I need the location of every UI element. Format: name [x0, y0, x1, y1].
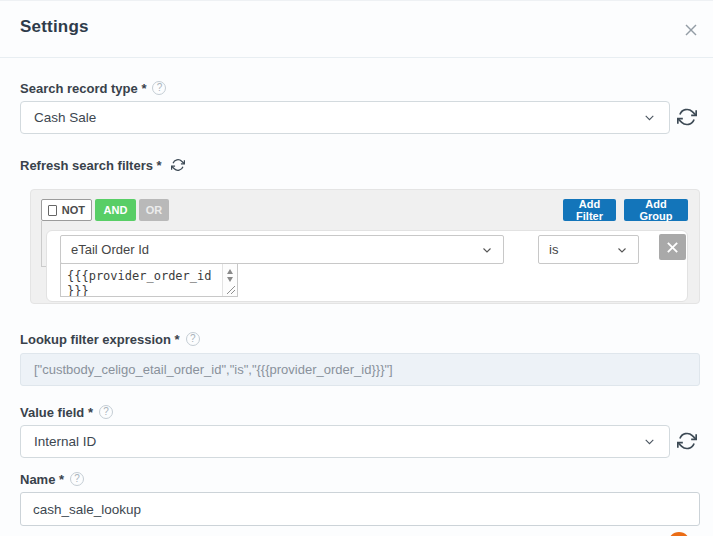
- name-label-text: Name *: [20, 472, 64, 487]
- filter-field-select[interactable]: eTail Order Id: [60, 235, 504, 264]
- chevron-down-icon: [643, 435, 656, 448]
- chevron-down-icon: [643, 111, 656, 124]
- filter-row: eTail Order Id is {{{provider_order_id }…: [46, 230, 688, 302]
- refresh-search-filters-label: Refresh search filters *: [20, 157, 185, 173]
- add-group-button[interactable]: Add Group: [624, 199, 688, 221]
- panel-title: Settings: [20, 17, 89, 37]
- help-icon[interactable]: ?: [70, 472, 84, 486]
- panel-header: Settings: [0, 1, 713, 58]
- not-toggle-button[interactable]: NOT: [41, 199, 92, 221]
- lookup-filter-expression-label: Lookup filter expression * ?: [20, 331, 200, 347]
- filter-operator-value: is: [549, 242, 558, 257]
- chevron-down-icon: [481, 244, 493, 256]
- value-field-value: Internal ID: [34, 434, 96, 449]
- value-field-label-text: Value field *: [20, 405, 93, 420]
- value-field-label: Value field * ?: [20, 404, 113, 420]
- filter-builder-panel: NOT AND OR Add Filter Add Group eTail Or…: [30, 189, 700, 304]
- add-filter-button[interactable]: Add Filter: [563, 199, 616, 221]
- filter-operator-select[interactable]: is: [538, 235, 639, 264]
- not-label: NOT: [62, 204, 85, 216]
- name-label: Name * ?: [20, 471, 84, 487]
- search-record-type-value: Cash Sale: [34, 110, 96, 125]
- scroll-down-icon[interactable]: [227, 277, 233, 282]
- filter-value-input[interactable]: {{{provider_order_id }}}: [61, 264, 222, 296]
- help-fab-button[interactable]: [668, 532, 690, 536]
- close-icon[interactable]: [682, 21, 700, 39]
- search-record-type-select[interactable]: Cash Sale: [20, 101, 670, 134]
- refresh-search-filters-label-text: Refresh search filters *: [20, 158, 162, 173]
- scroll-up-icon[interactable]: [227, 269, 233, 274]
- chevron-down-icon: [616, 244, 628, 256]
- refresh-value-fields-icon[interactable]: [676, 431, 697, 452]
- help-icon[interactable]: ?: [99, 405, 113, 419]
- lookup-filter-expression-value: ["custbody_celigo_etail_order_id","is","…: [34, 362, 393, 377]
- help-icon[interactable]: ?: [186, 332, 200, 346]
- remove-filter-icon[interactable]: [659, 234, 686, 260]
- filter-value-field-wrap: {{{provider_order_id }}}: [60, 263, 238, 297]
- search-record-type-label-text: Search record type *: [20, 81, 146, 96]
- settings-panel: Settings Search record type * ? Cash Sal…: [0, 0, 713, 536]
- or-toggle-button[interactable]: OR: [139, 199, 169, 221]
- resize-grip-icon[interactable]: [226, 285, 236, 295]
- value-field-select[interactable]: Internal ID: [20, 425, 670, 458]
- refresh-record-types-icon[interactable]: [676, 107, 697, 128]
- lookup-filter-expression-label-text: Lookup filter expression *: [20, 332, 180, 347]
- name-input[interactable]: [20, 492, 700, 526]
- not-checkbox[interactable]: [48, 205, 57, 216]
- filter-field-value: eTail Order Id: [71, 242, 149, 257]
- and-toggle-button[interactable]: AND: [95, 199, 136, 221]
- help-icon[interactable]: ?: [152, 81, 166, 95]
- refresh-filters-icon[interactable]: [171, 158, 185, 172]
- search-record-type-label: Search record type * ?: [20, 80, 166, 96]
- lookup-filter-expression-field: ["custbody_celigo_etail_order_id","is","…: [20, 353, 700, 386]
